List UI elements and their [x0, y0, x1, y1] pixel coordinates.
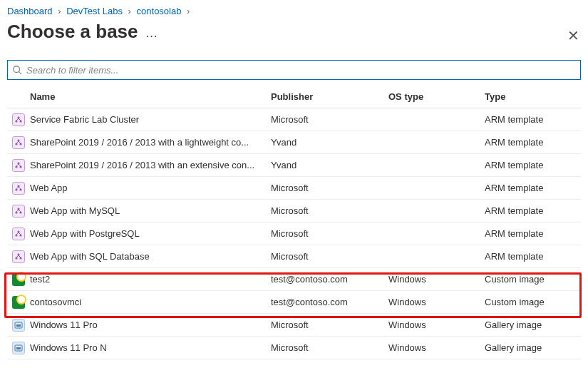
gallery-image-icon: [12, 319, 25, 332]
cell-name: SharePoint 2019 / 2016 / 2013 with a lig…: [30, 137, 271, 148]
cell-type: ARM template: [485, 160, 581, 170]
arm-template-icon: [12, 250, 25, 263]
cell-type: ARM template: [485, 114, 581, 125]
cell-name: SharePoint 2019 / 2016 / 2013 with an ex…: [30, 160, 271, 170]
cell-type: ARM template: [485, 137, 581, 148]
chevron-right-icon: ›: [187, 6, 190, 16]
col-header-type[interactable]: Type: [485, 91, 581, 102]
table-row[interactable]: Web App with SQL DatabaseMicrosoftARM te…: [7, 245, 581, 268]
table-row[interactable]: contosovmcitest@contoso.comWindowsCustom…: [7, 291, 581, 314]
cell-name: Windows 11 Pro N: [30, 342, 271, 353]
custom-image-icon: [12, 273, 25, 286]
cell-ostype: Windows: [388, 320, 485, 330]
table-row[interactable]: Windows 11 ProMicrosoftWindowsGallery im…: [7, 314, 581, 337]
cell-type: Gallery image: [485, 320, 581, 330]
cell-type: ARM template: [485, 205, 581, 216]
col-header-name[interactable]: Name: [30, 91, 271, 102]
cell-ostype: Windows: [388, 342, 485, 353]
cell-name: Service Fabric Lab Cluster: [30, 114, 271, 125]
search-icon: [12, 65, 22, 75]
cell-name: test2: [30, 274, 271, 285]
table-row[interactable]: test2test@contoso.comWindowsCustom image: [7, 268, 581, 291]
cell-publisher: Yvand: [271, 137, 388, 148]
table-row[interactable]: SharePoint 2019 / 2016 / 2013 with a lig…: [7, 131, 581, 154]
col-header-ostype[interactable]: OS type: [388, 91, 485, 102]
base-table: Name Publisher OS type Type Service Fabr…: [7, 86, 581, 359]
cell-publisher: test@contoso.com: [271, 297, 388, 307]
cell-publisher: Microsoft: [271, 228, 388, 239]
table-row[interactable]: Service Fabric Lab ClusterMicrosoftARM t…: [7, 108, 581, 131]
arm-template-icon: [12, 228, 25, 240]
cell-publisher: test@contoso.com: [271, 274, 388, 285]
table-row[interactable]: Web App with PostgreSQLMicrosoftARM temp…: [7, 223, 581, 245]
custom-image-icon: [12, 296, 25, 309]
cell-type: Custom image: [485, 274, 581, 285]
cell-type: Gallery image: [485, 342, 581, 353]
col-header-publisher[interactable]: Publisher: [271, 91, 388, 102]
table-row[interactable]: Web App with MySQLMicrosoftARM template: [7, 200, 581, 223]
cell-publisher: Microsoft: [271, 205, 388, 216]
cell-name: Windows 11 Pro: [30, 320, 271, 330]
svg-line-1: [19, 72, 22, 75]
cell-publisher: Microsoft: [271, 251, 388, 262]
cell-name: Web App with MySQL: [30, 205, 271, 216]
cell-type: ARM template: [485, 251, 581, 262]
search-input[interactable]: [25, 64, 576, 76]
arm-template-icon: [12, 205, 25, 218]
cell-publisher: Microsoft: [271, 183, 388, 193]
cell-publisher: Microsoft: [271, 320, 388, 330]
close-button[interactable]: ✕: [567, 27, 581, 44]
more-actions-button[interactable]: …: [145, 26, 158, 41]
cell-name: Web App with PostgreSQL: [30, 228, 271, 239]
table-row[interactable]: Windows 11 Pro NMicrosoftWindowsGallery …: [7, 337, 581, 359]
breadcrumb-item-contosolab[interactable]: contosolab: [137, 6, 182, 16]
cell-publisher: Microsoft: [271, 114, 388, 125]
cell-ostype: Windows: [388, 297, 485, 307]
cell-type: ARM template: [485, 183, 581, 193]
svg-rect-26: [16, 347, 21, 349]
cell-type: ARM template: [485, 228, 581, 239]
breadcrumb-item-dashboard[interactable]: Dashboard: [7, 6, 53, 16]
cell-name: contosovmci: [30, 297, 271, 307]
chevron-right-icon: ›: [128, 6, 131, 16]
arm-template-icon: [12, 136, 25, 149]
table-row[interactable]: SharePoint 2019 / 2016 / 2013 with an ex…: [7, 154, 581, 177]
table-header: Name Publisher OS type Type: [7, 86, 581, 108]
breadcrumb-item-devtestlabs[interactable]: DevTest Labs: [66, 6, 123, 16]
search-box[interactable]: [7, 60, 581, 80]
cell-name: Web App with SQL Database: [30, 251, 271, 262]
gallery-image-icon: [12, 342, 25, 354]
svg-rect-24: [16, 324, 21, 327]
arm-template-icon: [12, 182, 25, 195]
cell-ostype: Windows: [388, 274, 485, 285]
arm-template-icon: [12, 159, 25, 172]
svg-point-0: [14, 66, 20, 73]
cell-type: Custom image: [485, 297, 581, 307]
arm-template-icon: [12, 113, 25, 126]
cell-publisher: Microsoft: [271, 342, 388, 353]
table-row[interactable]: Web AppMicrosoftARM template: [7, 177, 581, 200]
page-title: Choose a base: [7, 21, 138, 43]
cell-publisher: Yvand: [271, 160, 388, 170]
cell-name: Web App: [30, 183, 271, 193]
chevron-right-icon: ›: [58, 6, 61, 16]
breadcrumb: Dashboard › DevTest Labs › contosolab ›: [7, 6, 581, 16]
